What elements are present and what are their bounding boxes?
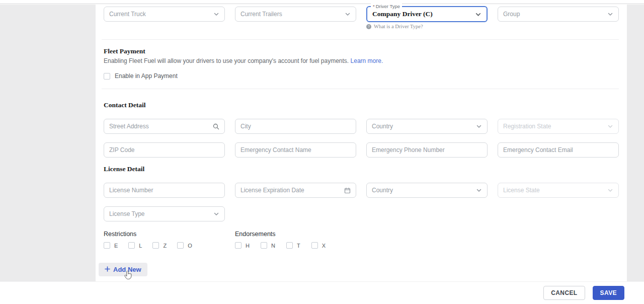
license-number-field[interactable] (104, 183, 225, 198)
cancel-button[interactable]: CANCEL (543, 286, 585, 300)
registration-state-placeholder: Registration State (503, 123, 607, 130)
emergency-phone-input[interactable] (372, 146, 482, 154)
restrictions-group: E L Z O (104, 242, 192, 249)
chevron-down-icon (476, 187, 482, 193)
street-address-input[interactable] (109, 123, 213, 130)
license-row-1: Country License State (104, 183, 619, 198)
assignment-row: Current Truck Current Trailers * Driver … (104, 7, 619, 22)
endorsement-option: N (261, 242, 275, 249)
left-margin (0, 5, 96, 281)
contact-detail-title: Contact Detail (104, 101, 146, 109)
emergency-phone-field[interactable] (366, 142, 488, 158)
add-new-button[interactable]: Add New (99, 263, 147, 276)
driver-type-help-link[interactable]: ? What is a Driver Type? (366, 24, 423, 29)
country-placeholder: Country (372, 123, 476, 130)
license-type-placeholder: License Type (109, 210, 213, 217)
restriction-label: Z (163, 243, 167, 249)
add-new-label: Add New (113, 266, 141, 273)
driver-type-label: * Driver Type (371, 4, 402, 9)
footer-action-bar: CANCEL SAVE (0, 281, 644, 304)
restriction-label: E (114, 243, 118, 249)
group-placeholder: Group (503, 11, 607, 18)
contact-row-1: Country Registration State (104, 119, 619, 134)
endorsement-checkbox-n[interactable] (261, 242, 267, 249)
street-address-field[interactable] (104, 119, 225, 134)
restriction-option: O (177, 242, 192, 249)
restriction-checkbox-e[interactable] (104, 242, 110, 249)
emergency-contact-name-field[interactable] (235, 142, 356, 158)
chevron-down-icon (213, 211, 219, 217)
driver-type-value: Company Driver (C) (372, 10, 433, 18)
endorsement-option: T (286, 242, 300, 249)
license-state-select: License State (498, 183, 619, 198)
top-divider (0, 0, 644, 4)
calendar-icon[interactable] (344, 187, 351, 194)
driver-type-help-text: What is a Driver Type? (374, 24, 423, 29)
required-asterisk: * (373, 4, 375, 9)
driver-form-page: Current Truck Current Trailers * Driver … (0, 0, 644, 304)
group-select[interactable]: Group (498, 7, 619, 22)
contact-row-2 (104, 142, 619, 158)
chevron-down-icon (607, 11, 613, 17)
license-country-select[interactable]: Country (366, 183, 488, 198)
chevron-down-icon (607, 123, 613, 129)
country-select[interactable]: Country (366, 119, 488, 134)
endorsement-label: H (246, 243, 250, 249)
restriction-label: L (139, 243, 142, 249)
current-trailers-select[interactable]: Current Trailers (235, 7, 356, 22)
driver-type-select[interactable]: * Driver Type Company Driver (C) (366, 6, 488, 22)
save-button[interactable]: SAVE (593, 286, 624, 300)
license-expiration-field[interactable] (235, 183, 356, 198)
emergency-email-field[interactable] (498, 142, 619, 158)
learn-more-link[interactable]: Learn more. (351, 57, 383, 64)
divider (102, 39, 619, 40)
restriction-checkbox-l[interactable] (128, 242, 135, 249)
chevron-down-icon (476, 123, 482, 129)
city-field[interactable] (235, 119, 356, 134)
endorsement-checkbox-h[interactable] (235, 242, 242, 249)
endorsement-checkbox-x[interactable] (311, 242, 318, 249)
license-row-2: License Type (104, 206, 225, 221)
current-truck-select[interactable]: Current Truck (104, 7, 225, 22)
endorsement-checkbox-t[interactable] (286, 242, 293, 249)
endorsement-option: H (235, 242, 250, 249)
restriction-checkbox-z[interactable] (152, 242, 159, 249)
chevron-down-icon (213, 11, 219, 17)
license-detail-title: License Detail (104, 165, 144, 173)
enable-app-payment-option: Enable in App Payment (104, 72, 383, 80)
divider (102, 89, 619, 89)
fleet-payment-section: Fleet Payment Enabling Fleet Fuel will a… (104, 47, 383, 80)
license-state-placeholder: License State (503, 187, 607, 194)
search-icon (213, 123, 219, 130)
emergency-contact-name-input[interactable] (240, 146, 351, 154)
info-icon: ? (366, 24, 371, 29)
restriction-option: Z (152, 242, 167, 249)
endorsement-label: N (271, 243, 275, 249)
restriction-checkbox-o[interactable] (177, 242, 184, 249)
chevron-down-icon (607, 187, 613, 193)
current-trailers-placeholder: Current Trailers (240, 11, 345, 18)
endorsements-title: Endorsements (235, 231, 276, 238)
registration-state-select: Registration State (498, 119, 619, 134)
endorsements-group: H N T X (235, 242, 326, 249)
current-truck-placeholder: Current Truck (109, 11, 213, 18)
license-number-input[interactable] (109, 187, 219, 194)
right-margin (627, 5, 644, 281)
enable-app-payment-label: Enable in App Payment (115, 72, 178, 80)
enable-app-payment-checkbox[interactable] (104, 73, 110, 80)
emergency-email-input[interactable] (503, 146, 613, 154)
endorsement-label: T (297, 243, 300, 249)
endorsement-label: X (322, 243, 326, 249)
restrictions-title: Restrictions (104, 231, 136, 238)
plus-icon (105, 266, 110, 273)
license-country-placeholder: Country (372, 187, 476, 194)
license-type-select[interactable]: License Type (104, 206, 225, 221)
city-input[interactable] (240, 123, 351, 130)
license-expiration-input[interactable] (240, 187, 344, 194)
zip-code-field[interactable] (104, 142, 225, 158)
endorsement-option: X (311, 242, 326, 249)
restriction-option: E (104, 242, 118, 249)
restriction-option: L (128, 242, 142, 249)
chevron-down-icon (475, 11, 481, 18)
zip-code-input[interactable] (109, 146, 219, 154)
